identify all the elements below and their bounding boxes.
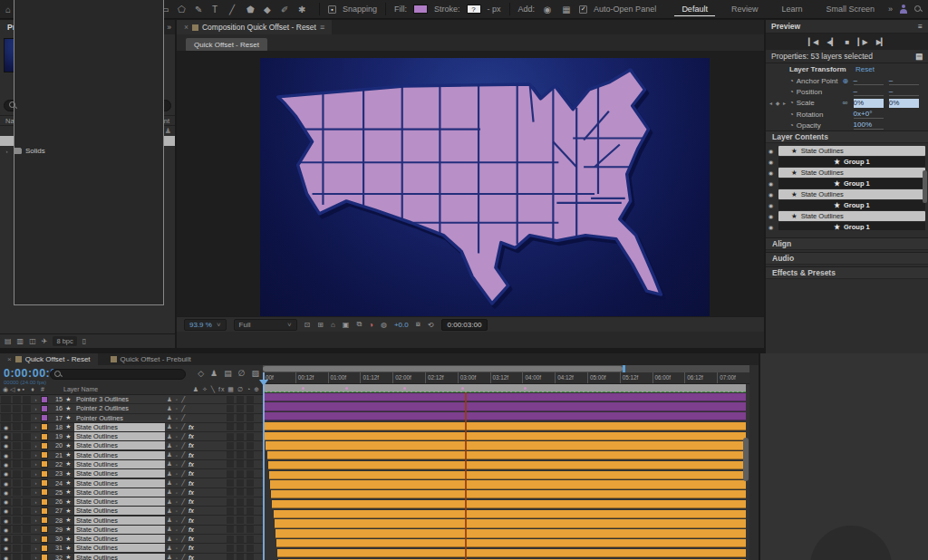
timeline-view-icon[interactable]: ▤ bbox=[224, 369, 232, 378]
audio-switch[interactable] bbox=[13, 488, 21, 496]
layer-bar-row[interactable] bbox=[263, 461, 746, 470]
layer-name[interactable]: Pointer Outlines bbox=[74, 414, 165, 422]
fx-badge[interactable]: fx bbox=[188, 461, 194, 468]
property-value-1[interactable]: – bbox=[854, 87, 884, 96]
layer-row[interactable]: ◉ › 31 ★ State Outlines ♟◦╱fx bbox=[0, 544, 263, 553]
preview-panel-header[interactable]: Preview≡ bbox=[766, 20, 928, 34]
mode-boxes[interactable] bbox=[227, 554, 254, 560]
delete-icon[interactable]: ▯ bbox=[82, 337, 86, 345]
stopwatch-icon[interactable]: ◔ bbox=[787, 121, 796, 130]
tool-button[interactable]: T bbox=[212, 3, 225, 15]
mode-boxes[interactable] bbox=[227, 479, 254, 487]
layer-bar-row[interactable] bbox=[263, 402, 746, 411]
fx-badge[interactable]: fx bbox=[188, 489, 194, 496]
transport-button[interactable]: ▎▶ bbox=[857, 38, 866, 46]
layer-name-column-header[interactable]: Layer Name bbox=[54, 386, 141, 392]
layer-label-swatch[interactable] bbox=[41, 554, 48, 560]
property-value-1[interactable]: 0x+0° bbox=[854, 110, 884, 119]
stopwatch-icon[interactable]: ◔ bbox=[787, 77, 796, 85]
solo-switch[interactable] bbox=[23, 423, 31, 430]
reset-link[interactable]: Reset bbox=[856, 65, 924, 73]
layer-contents-row[interactable]: ◉ ★State Outlines bbox=[768, 167, 925, 178]
layer-name[interactable]: State Outlines bbox=[74, 535, 165, 543]
video-switch[interactable]: ◉ bbox=[1, 396, 11, 403]
property-label[interactable]: Rotation bbox=[797, 111, 843, 119]
fx-badge[interactable]: fx bbox=[188, 424, 194, 430]
eye-icon[interactable]: ◉ bbox=[768, 213, 776, 219]
audio-switch[interactable] bbox=[13, 460, 21, 468]
channel-icon[interactable]: ◑ bbox=[369, 321, 373, 329]
fx-badge[interactable]: fx bbox=[188, 452, 194, 459]
layer-name[interactable]: State Outlines bbox=[74, 479, 165, 488]
layer-contents-row[interactable]: ◉ ★Group 1 bbox=[768, 178, 925, 188]
panel-menu-icon[interactable]: ▤ bbox=[915, 52, 923, 61]
layer-duration-bar[interactable] bbox=[271, 490, 746, 498]
layer-name[interactable]: State Outlines bbox=[74, 423, 165, 431]
close-icon[interactable]: × bbox=[7, 355, 12, 363]
video-switch[interactable]: ◉ bbox=[1, 479, 11, 487]
transparency-grid-icon[interactable]: ⊡ bbox=[304, 321, 311, 329]
timeline-view-icon[interactable]: ▨ bbox=[251, 369, 259, 378]
exposure-value[interactable]: +0.0 bbox=[394, 321, 409, 329]
layer-expander-icon[interactable]: › bbox=[33, 508, 39, 514]
layer-expander-icon[interactable]: › bbox=[33, 452, 39, 458]
audio-switch[interactable] bbox=[13, 545, 21, 552]
layer-switches[interactable]: ♟◦╱fx bbox=[167, 396, 225, 403]
property-value-1[interactable]: 0% bbox=[854, 99, 884, 108]
layer-switches[interactable]: ♟◦╱fx bbox=[167, 405, 225, 412]
tab-composition[interactable]: × Composition Quick Offset - Reset ≡ bbox=[177, 20, 332, 34]
layer-bar-row[interactable] bbox=[263, 480, 746, 489]
solo-switch[interactable] bbox=[23, 460, 31, 468]
property-value-2[interactable]: – bbox=[889, 76, 919, 85]
layer-bar-row[interactable] bbox=[263, 422, 746, 431]
layer-row[interactable]: ◉ › 30 ★ State Outlines ♟◦╱fx bbox=[0, 535, 263, 544]
timeline-tab[interactable]: Quick Offset - Prebuilt bbox=[100, 353, 198, 365]
mode-boxes[interactable] bbox=[227, 507, 254, 515]
layer-bar-row[interactable] bbox=[263, 451, 746, 460]
property-label[interactable]: Scale bbox=[797, 99, 843, 107]
layer-label-swatch[interactable] bbox=[41, 545, 48, 552]
layer-duration-bar[interactable] bbox=[263, 393, 746, 401]
layer-label-swatch[interactable] bbox=[41, 479, 48, 487]
layer-duration-bar[interactable] bbox=[263, 412, 746, 420]
mode-boxes[interactable] bbox=[227, 488, 254, 496]
layer-label-swatch[interactable] bbox=[41, 517, 48, 524]
layer-name[interactable]: State Outlines bbox=[74, 554, 165, 560]
exposure-icon[interactable]: ◍ bbox=[381, 321, 387, 329]
layer-bar-row[interactable] bbox=[263, 549, 746, 558]
mode-boxes[interactable] bbox=[227, 414, 254, 421]
link-icon[interactable]: ⊕ bbox=[842, 77, 853, 85]
stroke-color-swatch[interactable]: ? bbox=[467, 5, 481, 14]
layer-contents-row[interactable]: ◉ ★Group 1 bbox=[768, 156, 925, 167]
video-switch[interactable]: ◉ bbox=[1, 488, 11, 496]
project-settings-icon[interactable]: ✈ bbox=[42, 337, 48, 345]
layer-label-swatch[interactable] bbox=[41, 396, 48, 403]
audio-switch[interactable] bbox=[13, 414, 21, 421]
layer-switches[interactable]: ♟◦╱fx bbox=[167, 460, 225, 468]
layer-bar-row[interactable] bbox=[263, 490, 746, 499]
workspace-tab[interactable]: Review bbox=[724, 3, 766, 15]
layer-row[interactable]: ◉ › 21 ★ State Outlines ♟◦╱fx bbox=[0, 451, 263, 460]
layer-duration-bar[interactable] bbox=[274, 510, 747, 518]
layer-name[interactable]: State Outlines bbox=[74, 469, 165, 478]
solo-switch[interactable] bbox=[23, 405, 31, 412]
contents-scrollbar[interactable] bbox=[923, 170, 927, 203]
properties-panel-header[interactable]: Properties: 53 layers selected▤ bbox=[766, 50, 928, 63]
layer-switches[interactable]: ♟◦╱fx bbox=[167, 479, 225, 487]
timeline-navigator[interactable] bbox=[263, 365, 749, 372]
audio-switch[interactable] bbox=[13, 498, 21, 506]
layer-bar-row[interactable] bbox=[263, 471, 746, 480]
solo-switch[interactable] bbox=[23, 396, 31, 403]
audio-switch[interactable] bbox=[13, 517, 21, 524]
playhead-icon[interactable] bbox=[259, 380, 268, 391]
resolution-dropdown[interactable]: Full˅ bbox=[234, 319, 297, 331]
audio-switch[interactable] bbox=[13, 526, 21, 533]
bit-depth-button[interactable]: 8 bpc bbox=[53, 336, 76, 346]
layer-switches[interactable]: ♟◦╱fx bbox=[167, 414, 225, 421]
auto-open-checkbox[interactable]: ✓ bbox=[579, 5, 587, 14]
layer-name[interactable]: State Outlines bbox=[74, 441, 165, 449]
layer-row[interactable]: ◉ › 28 ★ State Outlines ♟◦╱fx bbox=[0, 516, 263, 525]
video-switch[interactable]: ◉ bbox=[1, 554, 11, 560]
layer-expander-icon[interactable]: › bbox=[33, 443, 39, 449]
audio-switch[interactable] bbox=[13, 433, 21, 440]
